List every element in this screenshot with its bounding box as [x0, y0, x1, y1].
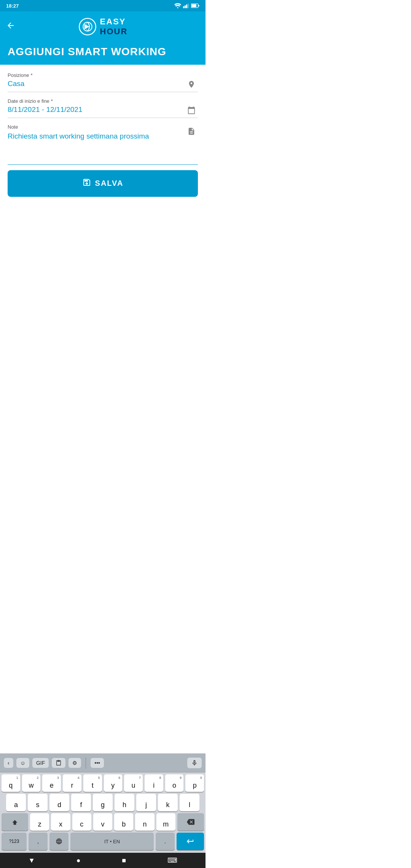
- status-icons: [174, 3, 199, 8]
- logo-hour: HOUR: [100, 27, 128, 36]
- svg-rect-2: [185, 5, 186, 8]
- calendar-icon: [187, 106, 196, 116]
- app-logo-icon: [78, 17, 97, 36]
- note-field[interactable]: Note Richiesta smart working settimana p…: [8, 124, 198, 165]
- location-icon: [187, 80, 196, 90]
- status-bar: 18:27: [0, 0, 206, 11]
- back-button[interactable]: [6, 21, 15, 32]
- logo-container: EASY HOUR: [78, 17, 128, 37]
- save-label: SALVA: [95, 179, 124, 188]
- save-icon: [82, 178, 91, 189]
- page-title: AGGIUNGI SMART WORKING: [8, 46, 198, 58]
- svg-rect-7: [191, 4, 196, 7]
- date-label: Date di inizio e fine *: [8, 98, 198, 104]
- posizione-field[interactable]: Posizione * Casa: [8, 72, 198, 92]
- wifi-icon: [174, 3, 181, 8]
- battery-icon: [191, 3, 199, 8]
- svg-rect-6: [198, 5, 199, 6]
- logo-easy: EASY: [100, 17, 126, 26]
- svg-rect-1: [183, 6, 184, 8]
- date-field[interactable]: Date di inizio e fine * 8/11/2021 - 12/1…: [8, 98, 198, 118]
- date-value: 8/11/2021 - 12/11/2021: [8, 105, 198, 114]
- page-title-section: AGGIUNGI SMART WORKING: [0, 42, 206, 65]
- signal-icon: [183, 3, 189, 8]
- svg-rect-3: [186, 5, 187, 8]
- note-icon: [187, 127, 196, 137]
- status-time: 18:27: [6, 3, 19, 9]
- svg-point-0: [177, 7, 178, 8]
- svg-rect-4: [188, 3, 189, 8]
- save-button[interactable]: SALVA: [8, 170, 198, 197]
- logo-text: EASY HOUR: [100, 17, 128, 37]
- note-value: Richiesta smart working settimana prossi…: [8, 131, 198, 142]
- form-area: Posizione * Casa Date di inizio e fine *…: [0, 65, 206, 197]
- app-header: EASY HOUR: [0, 11, 206, 42]
- note-label: Note: [8, 124, 198, 130]
- posizione-label: Posizione *: [8, 72, 198, 78]
- posizione-value: Casa: [8, 80, 198, 88]
